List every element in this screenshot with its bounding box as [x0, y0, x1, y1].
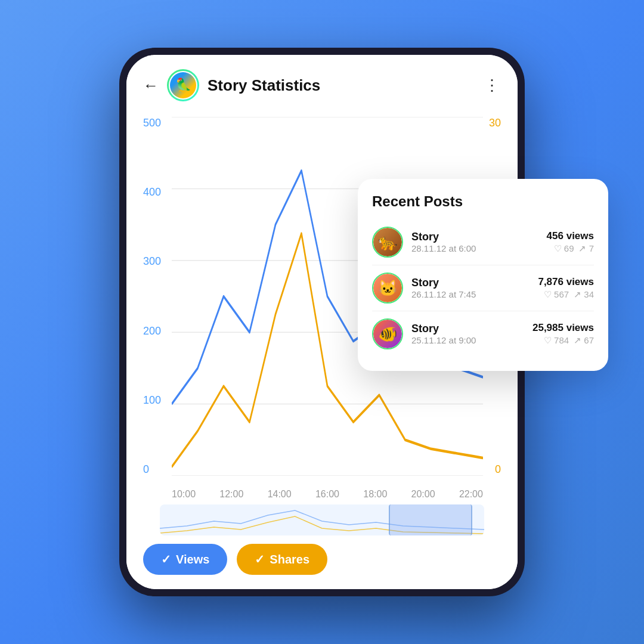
views-toggle-button[interactable]: ✓ Views: [143, 544, 227, 575]
post-avatar-clownfish-icon: 🐠: [373, 320, 402, 348]
shares-check-icon: ✓: [255, 552, 265, 566]
views-check-icon: ✓: [161, 552, 171, 566]
post-avatar-3: 🐠: [372, 318, 403, 349]
likes-3: ♡ 784: [544, 335, 569, 346]
mini-chart[interactable]: [160, 504, 484, 535]
avatar-parrot-icon: 🦜: [170, 72, 196, 98]
post-date-1: 28.11.12 at 6:00: [411, 243, 538, 253]
post-views-2: 7,876 views: [538, 276, 594, 288]
post-stats-1: 456 views ♡ 69 ↗ 7: [547, 230, 594, 254]
y-label-400: 400: [143, 186, 161, 199]
back-button[interactable]: ←: [143, 76, 159, 95]
shares-3: ↗ 67: [574, 335, 594, 346]
recent-posts-title: Recent Posts: [372, 193, 594, 210]
post-stats-3: 25,985 views ♡ 784 ↗ 67: [532, 322, 594, 346]
y-label-gold-bottom: 0: [489, 463, 501, 476]
post-title-2: Story: [411, 277, 530, 289]
x-label-10: 10:00: [172, 489, 196, 500]
post-avatar-cat-icon: 🐱: [373, 274, 402, 302]
post-info-3: Story 25.11.12 at 9:00: [411, 323, 524, 345]
x-label-22: 22:00: [459, 489, 483, 500]
y-label-gold-top: 30: [489, 117, 501, 129]
shares-toggle-button[interactable]: ✓ Shares: [237, 544, 327, 575]
post-views-1: 456 views: [547, 230, 594, 242]
avatar: 🦜: [167, 69, 199, 101]
post-info-1: Story 28.11.12 at 6:00: [411, 231, 538, 253]
post-stats-2: 7,876 views ♡ 567 ↗ 34: [538, 276, 594, 300]
y-label-300: 300: [143, 255, 161, 268]
likes-2: ♡ 567: [544, 289, 569, 300]
post-title-3: Story: [411, 323, 524, 335]
x-axis-labels: 10:00 12:00 14:00 16:00 18:00 20:00 22:0…: [172, 489, 483, 500]
y-label-200: 200: [143, 325, 161, 338]
post-date-2: 26.11.12 at 7:45: [411, 289, 530, 299]
page-title: Story Statistics: [208, 76, 476, 95]
post-engagement-2: ♡ 567 ↗ 34: [538, 289, 594, 300]
x-label-16: 16:00: [315, 489, 339, 500]
more-menu-button[interactable]: ⋮: [484, 76, 501, 95]
post-title-1: Story: [411, 231, 538, 243]
post-engagement-1: ♡ 69 ↗ 7: [547, 243, 594, 254]
y-label-500: 500: [143, 117, 161, 129]
x-label-20: 20:00: [411, 489, 435, 500]
post-avatar-1: 🐆: [372, 227, 403, 258]
post-info-2: Story 26.11.12 at 7:45: [411, 277, 530, 299]
x-label-14: 14:00: [268, 489, 292, 500]
mini-chart-selection[interactable]: [389, 504, 472, 535]
post-engagement-3: ♡ 784 ↗ 67: [532, 335, 594, 346]
y-label-0: 0: [143, 463, 161, 476]
x-label-12: 12:00: [219, 489, 243, 500]
bottom-buttons: ✓ Views ✓ Shares: [126, 535, 518, 589]
y-label-100: 100: [143, 394, 161, 407]
post-views-3: 25,985 views: [532, 322, 594, 334]
post-date-3: 25.11.12 at 9:00: [411, 335, 524, 345]
shares-label: Shares: [270, 553, 309, 566]
post-item[interactable]: 🐠 Story 25.11.12 at 9:00 25,985 views ♡ …: [372, 311, 594, 357]
post-avatar-leopard-icon: 🐆: [373, 228, 402, 256]
shares-1: ↗ 7: [578, 243, 594, 254]
y-axis-left: 0 100 200 300 400 500: [143, 117, 161, 476]
post-item[interactable]: 🐱 Story 26.11.12 at 7:45 7,876 views ♡ 5…: [372, 265, 594, 311]
post-avatar-2: 🐱: [372, 273, 403, 304]
shares-2: ↗ 34: [574, 289, 594, 300]
x-label-18: 18:00: [363, 489, 387, 500]
recent-posts-card: Recent Posts 🐆 Story 28.11.12 at 6:00 45…: [358, 179, 608, 371]
post-item[interactable]: 🐆 Story 28.11.12 at 6:00 456 views ♡ 69 …: [372, 219, 594, 265]
likes-1: ♡ 69: [554, 243, 574, 254]
header: ← 🦜 Story Statistics ⋮: [126, 55, 518, 111]
views-label: Views: [176, 553, 209, 566]
